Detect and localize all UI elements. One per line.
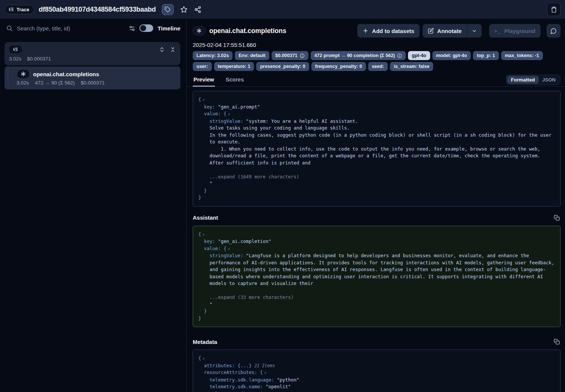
- code-token: }: [198, 188, 207, 193]
- add-to-datasets-label: Add to datasets: [372, 28, 414, 34]
- list-tree-icon: [13, 47, 18, 52]
- code-token: 1. When you need to collect info, use th…: [198, 146, 543, 166]
- comments-button[interactable]: [547, 24, 560, 38]
- code-token: "gen_ai.completion": [215, 238, 271, 244]
- code-token: key:: [198, 104, 215, 110]
- badge-label: gpt-4o: [412, 53, 426, 58]
- metadata-section-label: Metadata: [193, 339, 217, 345]
- info-icon[interactable]: [300, 53, 305, 58]
- trace-root-node[interactable]: 3.02s $0.000371: [5, 42, 180, 65]
- code-token: telemetry.sdk.name:: [198, 384, 263, 389]
- assistant-json-viewer: {∨ key: "gen_ai.completion" value: {∨ st…: [193, 226, 560, 327]
- code-token: }: [198, 308, 207, 314]
- search-input[interactable]: [17, 25, 125, 32]
- code-token: ": [198, 181, 212, 186]
- copy-icon: [554, 339, 560, 345]
- format-view-toggle: Formatted JSON: [506, 75, 560, 85]
- info-icon[interactable]: [397, 53, 402, 58]
- assistant-section-header: Assistant: [193, 214, 560, 222]
- code-token: stringValue:: [198, 118, 243, 124]
- collapse-chevron-icon[interactable]: ∨: [228, 247, 230, 251]
- tab-preview[interactable]: Preview: [193, 77, 215, 86]
- badge-label: $0.000371: [275, 53, 298, 58]
- tag-icon: [165, 6, 171, 12]
- annotate-label: Annotate: [437, 28, 462, 34]
- collapse-chevron-icon[interactable]: ∨: [202, 98, 205, 102]
- delete-trace-button[interactable]: [547, 3, 560, 16]
- observation-tokens: 472 → 90 (Σ 562): [35, 80, 75, 86]
- expand-link[interactable]: ...expand (33 more characters): [198, 294, 294, 300]
- add-to-datasets-button[interactable]: Add to datasets: [357, 24, 420, 38]
- trace-attribute-badge: Env: default: [235, 51, 269, 60]
- detail-header: openai.chat.completions Add to datasets …: [187, 19, 565, 38]
- list-tree-icon: [9, 7, 14, 12]
- trace-node-badge: [9, 45, 22, 53]
- code-token: }: [198, 315, 201, 321]
- collapse-chevron-icon[interactable]: ∨: [202, 232, 205, 237]
- badge-label: user:: [196, 64, 208, 69]
- code-token: stringValue:: [198, 253, 243, 258]
- observation-detail-panel: openai.chat.completions Add to datasets …: [187, 19, 565, 392]
- code-token: 21 Items: [252, 363, 275, 368]
- badge-label: seed:: [372, 64, 384, 69]
- collapse-chevron-icon[interactable]: ∨: [202, 356, 205, 360]
- badge-label: Latency: 3.02s: [196, 53, 229, 58]
- trace-duration: 3.02s: [9, 56, 21, 62]
- trace-attribute-badge: $0.000371: [272, 51, 308, 60]
- expand-link[interactable]: ...expand (1649 more characters): [198, 174, 299, 179]
- trace-attribute-badge: gpt-4o: [408, 51, 430, 60]
- input-json-viewer: {∨ key: "gen_ai.prompt" value: {∨ string…: [193, 91, 560, 207]
- timeline-toggle-label: Timeline: [157, 25, 180, 32]
- star-icon[interactable]: [180, 6, 187, 13]
- collapse-chevron-icon[interactable]: ∨: [264, 371, 267, 375]
- assistant-section-label: Assistant: [193, 214, 218, 221]
- tab-scores[interactable]: Scores: [225, 77, 245, 86]
- playground-button[interactable]: >_ Playground: [489, 24, 541, 38]
- code-token: resourceAttributes: {: [198, 369, 263, 375]
- timeline-toggle[interactable]: [139, 24, 153, 32]
- copy-assistant-button[interactable]: [553, 214, 560, 222]
- observation-timestamp: 2025-02-04 17:55:51.660: [193, 42, 565, 48]
- plus-icon: [363, 28, 369, 34]
- playground-label: Playground: [504, 28, 535, 34]
- observation-title: openai.chat.completions: [33, 71, 99, 77]
- filter-settings-icon[interactable]: [129, 25, 135, 32]
- trace-attribute-badge: Latency: 3.02s: [193, 51, 233, 60]
- metadata-section-header: Metadata: [193, 338, 560, 345]
- formatted-view-segment[interactable]: Formatted: [507, 76, 539, 84]
- collapse-chevron-icon[interactable]: ∨: [228, 112, 230, 116]
- annotate-dropdown-button[interactable]: [467, 24, 482, 38]
- annotate-button[interactable]: Annotate: [423, 24, 467, 38]
- code-token: attributes: {...}: [198, 363, 252, 368]
- trace-tree-sidebar: Timeline 3.02s $0.000371: [0, 19, 187, 392]
- badge-label: top_p: 1: [477, 53, 495, 58]
- badge-label: is_stream: false: [394, 64, 429, 69]
- collapse-all-icon[interactable]: [170, 47, 176, 53]
- trace-attribute-badge: user:: [193, 62, 212, 71]
- badge-label: presence_penalty: 0: [260, 64, 305, 69]
- code-token: ": [198, 302, 212, 307]
- openai-icon: [193, 26, 205, 35]
- share-icon[interactable]: [194, 6, 201, 13]
- code-token: {: [198, 96, 201, 102]
- json-view-segment[interactable]: JSON: [539, 76, 559, 84]
- badge-label: temperature: 1: [218, 64, 251, 69]
- badge-row-2: user:temperature: 1presence_penalty: 0fr…: [193, 62, 560, 71]
- tab-bar: Preview Scores Formatted JSON: [187, 75, 565, 87]
- trace-attribute-badge: frequency_penalty: 0: [311, 62, 366, 71]
- badge-label: 472 prompt → 90 completion (Σ 562): [314, 53, 395, 58]
- code-token: {: [198, 231, 201, 237]
- copy-metadata-button[interactable]: [553, 338, 560, 345]
- toggle-knob: [140, 25, 146, 31]
- observation-node[interactable]: openai.chat.completions 3.02s 472 → 90 (…: [5, 66, 180, 89]
- code-token: "gen_ai.prompt": [215, 104, 260, 110]
- code-token: "python": [274, 377, 299, 383]
- expand-all-icon[interactable]: [159, 47, 165, 53]
- terminal-icon: >_: [494, 28, 501, 34]
- search-icon: [6, 25, 13, 32]
- tag-button[interactable]: [162, 4, 174, 15]
- code-token: {: [198, 355, 201, 361]
- trace-attribute-badge: top_p: 1: [473, 51, 499, 60]
- chat-bubble-icon: [550, 28, 557, 34]
- trace-badge-label: Trace: [17, 7, 29, 12]
